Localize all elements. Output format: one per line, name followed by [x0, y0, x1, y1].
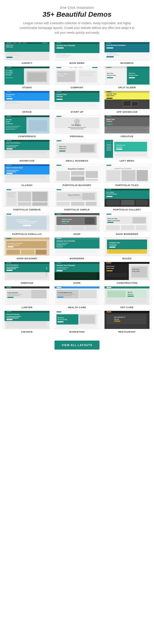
- page-header: One-Click Installation 35+ Beautiful Dem…: [0, 0, 154, 40]
- demo-item-construction[interactable]: Build Future, Build Leage Build Future, …: [103, 262, 151, 284]
- demo-thumb-onepage[interactable]: Scroll Navigation: [3, 262, 51, 280]
- demo-item-startup[interactable]: Launch Your Startup! START UP: [53, 91, 101, 113]
- demo-thumb-shop-bordered[interactable]: Protect Your Data Mobile Customization: [103, 213, 151, 231]
- demo-item-split[interactable]: Start Your Business Now Start Your Busin…: [103, 66, 151, 89]
- demo-thumb-classic[interactable]: Back To Classic Style: [3, 164, 51, 182]
- demo-thumb-portfolio-tiles[interactable]: Scalable, Easy & Peaceful: [103, 164, 151, 182]
- demo-item-shop[interactable]: Ordinary Foods Better Taste SHOP: [53, 213, 101, 235]
- svg-rect-186: [107, 165, 111, 166]
- svg-rect-85: [56, 104, 97, 105]
- demo-item-finance[interactable]: Financial Planning FINANCE: [3, 311, 51, 333]
- svg-rect-31: [107, 56, 114, 57]
- demo-thumb-shop[interactable]: Ordinary Foods Better Taste: [53, 213, 101, 231]
- demo-thumb-startup[interactable]: Launch Your Startup!: [53, 91, 101, 109]
- demo-thumb-dark[interactable]: Unleash Your Potential: [53, 262, 101, 280]
- view-all-layouts-button[interactable]: VIEW ALL LAYOUTS: [54, 340, 100, 350]
- demo-thumb-portfolio-simple[interactable]: Happy Cup Mug Co.: [53, 188, 101, 207]
- demo-thumb-company[interactable]: We're A Good Company: [53, 66, 101, 85]
- demo-item-portfolio-parallax[interactable]: Portfolio Parallax PORTFOLIO PARALLAX: [3, 213, 51, 235]
- demo-thumb-app[interactable]: Launch Your App Now!: [103, 91, 151, 109]
- demo-item-marketing[interactable]: Marketing The Social Web MARKETING: [53, 311, 101, 333]
- svg-rect-268: [56, 238, 61, 239]
- demo-item-shop-masonry[interactable]: The Summer Collection SHOP MASONRY: [3, 237, 51, 260]
- demo-item-small-business[interactable]: Start Your Business SMALL BUSINESS: [53, 140, 101, 162]
- demo-item-health-care[interactable]: A Trusted Medical Care HEALTH CARE: [53, 286, 101, 309]
- demo-thumb-showcase[interactable]: Start Your Business: [3, 140, 51, 158]
- demo-item-app[interactable]: Launch Your App Now! APP SHOWCASE: [103, 91, 151, 113]
- demo-thumb-pet-care[interactable]: We Can Deliver It: [103, 286, 151, 305]
- demo-item-classic[interactable]: Back To Classic Style CLASSIC: [3, 164, 51, 186]
- demo-item-pet-care[interactable]: We Can Deliver It PET CARE: [103, 286, 151, 309]
- demo-item-portfolio-sidebar[interactable]: PORTFOLIO SIDEBAR: [3, 188, 51, 211]
- demo-thumb-split[interactable]: Start Your Business Now Start Your Busin…: [103, 66, 151, 85]
- demo-thumb-portfolio-parallax[interactable]: Portfolio Parallax: [3, 213, 51, 231]
- demo-thumb-portfolio-gallery[interactable]: Let's Make Creative Works: [103, 188, 151, 207]
- svg-rect-95: [123, 101, 130, 106]
- demo-thumb-small-business[interactable]: Start Your Business: [53, 140, 101, 158]
- demo-label-marketing: MARKETING: [69, 330, 85, 333]
- svg-rect-274: [56, 252, 97, 253]
- demo-item-shop-bordered[interactable]: Protect Your Data Mobile Customization S…: [103, 213, 151, 235]
- demo-item-restaurant[interactable]: Hot & Ready To Served RESTAURANT: [103, 311, 151, 333]
- demo-item-creative[interactable]: Build Your Future! CREATIVE: [103, 115, 151, 138]
- demo-item-portfolio-tiles[interactable]: Scalable, Easy & Peaceful PORTFOLIO TILE…: [103, 164, 151, 186]
- demo-thumb-bordered[interactable]: Unleash Your Potential: [53, 237, 101, 256]
- demo-item-portfolio-masonry[interactable]: Peaceful & Creative! PORTFOLIO MASONRY: [53, 164, 101, 186]
- demo-thumb-restaurant[interactable]: Hot & Ready To Served: [103, 311, 151, 329]
- demo-thumb-construction[interactable]: Build Future, Build Leage Build Future, …: [103, 262, 151, 280]
- svg-rect-347: [84, 300, 97, 300]
- demo-item-lawyer[interactable]: Legal Solutions LAWYER: [3, 286, 51, 309]
- svg-rect-6: [13, 43, 17, 44]
- svg-rect-223: [136, 200, 148, 205]
- demo-item-dark[interactable]: Unleash Your Potential DARK: [53, 262, 101, 284]
- demo-thumb-office[interactable]: People and Culture: [3, 91, 51, 109]
- svg-rect-107: [6, 129, 16, 130]
- svg-rect-281: [109, 250, 140, 251]
- svg-rect-368: [7, 319, 13, 320]
- demo-thumb-personal[interactable]: I'm Begha: [53, 115, 101, 134]
- demo-item-agency[interactable]: Start Your Business AGENCY: [3, 42, 51, 64]
- demo-item-bordered[interactable]: Unleash Your Potential BORDERED: [53, 237, 101, 260]
- demo-item-personal[interactable]: I'm Begha PERSONAL: [53, 115, 101, 138]
- svg-rect-367: [7, 318, 19, 318]
- demo-item-main-demo[interactable]: Unleash Your Potential MAIN DEMO: [53, 42, 101, 64]
- demo-thumb-creative[interactable]: Build Your Future!: [103, 115, 151, 134]
- svg-rect-270: [56, 244, 66, 245]
- svg-rect-170: [7, 170, 19, 171]
- svg-text:Unleash Your: Unleash Your: [109, 242, 120, 244]
- demo-thumb-finance[interactable]: Financial Planning: [3, 311, 51, 329]
- demo-thumb-health-care[interactable]: A Trusted Medical Care: [53, 286, 101, 305]
- svg-rect-226: [7, 214, 11, 215]
- demo-thumb-marketing[interactable]: Marketing The Social Web: [53, 311, 101, 329]
- svg-rect-211: [56, 202, 70, 206]
- demo-thumb-portfolio-masonry[interactable]: Peaceful & Creative!: [53, 164, 101, 182]
- demo-thumb-left-menu[interactable]: Unleash Your Potential: [103, 140, 151, 158]
- demo-item-boxed[interactable]: Unleash Your Potential BOXED: [103, 237, 151, 260]
- demo-item-company[interactable]: We're A Good Company COMPANY: [53, 66, 101, 89]
- demo-item-studio[interactable]: Let's Make Something Beautiful STUDIO: [3, 66, 51, 89]
- demo-item-conference[interactable]: Join Web Design Conference CONFERENCE: [3, 115, 51, 138]
- svg-rect-317: [107, 274, 127, 275]
- demo-item-business[interactable]: Great Business Solutions BUSINESS: [103, 42, 151, 64]
- demo-thumb-agency[interactable]: Start Your Business: [3, 42, 51, 60]
- demo-thumb-shop-masonry[interactable]: The Summer Collection: [3, 237, 51, 256]
- demo-item-showcase[interactable]: Start Your Business SHOWCASE: [3, 140, 51, 162]
- demo-item-portfolio-gallery[interactable]: Let's Make Creative Works PORTFOLIO GALL…: [103, 188, 151, 211]
- demo-item-portfolio-simple[interactable]: Happy Cup Mug Co. PORTFOLIO SIMPLE: [53, 188, 101, 211]
- svg-rect-29: [107, 53, 116, 54]
- demo-thumb-boxed[interactable]: Unleash Your Potential: [103, 237, 151, 256]
- demo-thumb-portfolio-sidebar[interactable]: [3, 188, 51, 207]
- demo-item-onepage[interactable]: Scroll Navigation ONEPAGE: [3, 262, 51, 284]
- demo-thumb-conference[interactable]: Join Web Design Conference: [3, 115, 51, 134]
- svg-rect-190: [136, 170, 148, 181]
- svg-rect-105: [6, 126, 20, 126]
- demo-thumb-main-demo[interactable]: Unleash Your Potential: [53, 42, 101, 60]
- svg-rect-55: [80, 74, 92, 74]
- svg-rect-141: [56, 140, 61, 141]
- demo-item-left-menu[interactable]: Unleash Your Potential LEFT MENU: [103, 140, 151, 162]
- demo-thumb-lawyer[interactable]: Legal Solutions: [3, 286, 51, 305]
- svg-rect-199: [18, 192, 32, 201]
- demo-thumb-studio[interactable]: Let's Make Something Beautiful: [3, 66, 51, 85]
- demo-thumb-business[interactable]: Great Business Solutions: [103, 42, 151, 60]
- demo-item-office[interactable]: People and Culture OFFICE: [3, 91, 51, 113]
